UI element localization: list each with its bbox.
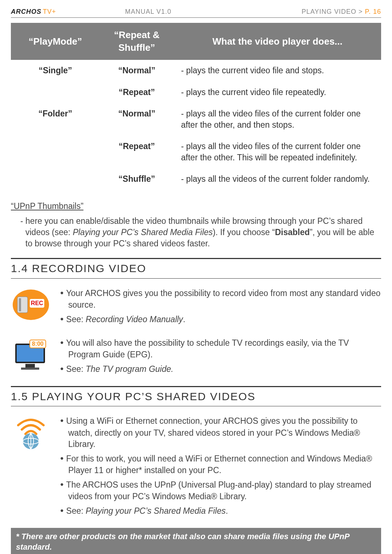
recording-row-1: REC Your ARCHOS gives you the possibilit… xyxy=(11,287,381,328)
list-item: Using a WiFi or Ethernet connection, you… xyxy=(60,414,381,450)
playmode-table: “PlayMode” “Repeat & Shuffle” What the v… xyxy=(11,23,381,190)
epg-icon: 8:00 xyxy=(11,336,51,373)
text-fragment: See: xyxy=(66,315,86,324)
table-row: “Single” “Normal” - plays the current vi… xyxy=(11,60,381,81)
svg-text:8:00: 8:00 xyxy=(32,341,44,347)
table-row: “Repeat” - plays all the video files of … xyxy=(11,136,381,168)
svg-rect-8 xyxy=(21,368,39,370)
brand-logo: ARCHOS xyxy=(11,7,41,16)
text-fragment-italic: Playing your PC’s Shared Media Files xyxy=(86,506,226,516)
th-repeat-shuffle: “Repeat & Shuffle” xyxy=(100,23,174,60)
cell-playmode xyxy=(11,136,100,168)
th-description: What the video player does... xyxy=(174,23,381,60)
wifi-globe-icon xyxy=(11,414,51,451)
manual-version: MANUAL V1.0 xyxy=(56,7,302,16)
cell-mode: “Normal” xyxy=(100,103,174,136)
table-row: “Shuffle” - plays all the videos of the … xyxy=(11,168,381,190)
list-item: Your ARCHOS gives you the possibility to… xyxy=(60,287,381,311)
cell-playmode xyxy=(11,82,100,103)
breadcrumb: PLAYING VIDEO > P. 16 xyxy=(302,7,381,16)
text-fragment-italic: The TV program Guide. xyxy=(86,364,173,374)
svg-rect-2 xyxy=(19,298,21,311)
list-item: See: Playing your PC’s Shared Media File… xyxy=(60,504,381,517)
footnote: * There are other products on the market… xyxy=(11,528,381,554)
cell-mode: “Repeat” xyxy=(100,136,174,168)
text-fragment: . xyxy=(183,315,185,324)
cell-playmode: “Folder” xyxy=(11,103,100,136)
shared-videos-row: Using a WiFi or Ethernet connection, you… xyxy=(11,414,381,519)
upnp-thumbnails-heading: “UPnP Thumbnails” xyxy=(11,201,381,212)
list-item: See: The TV program Guide. xyxy=(60,362,381,375)
cell-desc: - plays the current video file repeatedl… xyxy=(174,82,381,103)
table-row: “Folder” “Normal” - plays all the video … xyxy=(11,103,381,136)
text-fragment: . xyxy=(226,506,228,516)
recording-row-2: 8:00 You will also have the possibility … xyxy=(11,336,381,377)
cell-desc: - plays all the video files of the curre… xyxy=(174,136,381,168)
text-fragment: See: xyxy=(66,364,86,374)
brand-suffix: TV+ xyxy=(43,7,56,16)
list-item: You will also have the possibility to sc… xyxy=(60,336,381,360)
cell-desc: - plays all the videos of the current fo… xyxy=(174,168,381,190)
page-number: P. 16 xyxy=(365,8,381,15)
cell-mode: “Shuffle” xyxy=(100,168,174,190)
text-fragment-italic: Recording Video Manually xyxy=(86,315,183,324)
cell-desc: - plays the current video file and stops… xyxy=(174,60,381,81)
text-fragment-italic: Playing your PC’s Shared Media Files xyxy=(73,227,213,237)
bullet-list: You will also have the possibility to sc… xyxy=(60,336,381,377)
svg-text:REC: REC xyxy=(31,300,43,306)
page-header: ARCHOS TV+ MANUAL V1.0 PLAYING VIDEO > P… xyxy=(11,7,381,18)
upnp-thumbnails-text: - here you can enable/disable the video … xyxy=(11,216,381,249)
cell-mode: “Normal” xyxy=(100,60,174,81)
bullet-list: Your ARCHOS gives you the possibility to… xyxy=(60,287,381,328)
section-heading-1-5: 1.5 Playing your PC’s shared Videos xyxy=(11,386,381,407)
list-item: The ARCHOS uses the UPnP (Universal Plug… xyxy=(60,478,381,502)
cell-playmode: “Single” xyxy=(11,60,100,81)
svg-rect-7 xyxy=(25,364,35,368)
table-row: “Repeat” - plays the current video file … xyxy=(11,82,381,103)
section-heading-1-4: 1.4 Recording Video xyxy=(11,258,381,279)
cell-mode: “Repeat” xyxy=(100,82,174,103)
list-item: For this to work, you will need a WiFi o… xyxy=(60,452,381,476)
cell-desc: - plays all the video files of the curre… xyxy=(174,103,381,136)
cell-playmode xyxy=(11,168,100,190)
breadcrumb-section: PLAYING VIDEO xyxy=(302,8,356,15)
text-fragment: ). If you choose “ xyxy=(213,227,275,237)
rec-icon: REC xyxy=(11,287,51,323)
list-item: See: Recording Video Manually. xyxy=(60,313,381,325)
th-playmode: “PlayMode” xyxy=(11,23,100,60)
breadcrumb-sep: > xyxy=(359,8,363,15)
text-fragment-bold: Disabled xyxy=(275,227,310,237)
text-fragment: See: xyxy=(66,506,86,516)
bullet-list: Using a WiFi or Ethernet connection, you… xyxy=(60,414,381,519)
